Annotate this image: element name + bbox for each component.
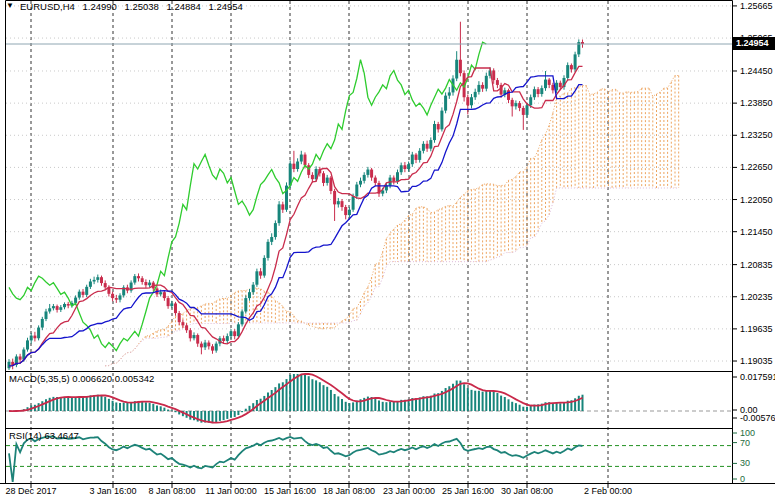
svg-text:1.23850: 1.23850: [740, 98, 773, 108]
low-value: 1.24884: [167, 1, 201, 12]
chikou-span-line: [9, 42, 486, 351]
svg-text:1.22650: 1.22650: [740, 162, 773, 172]
svg-text:11 Jan 00:00: 11 Jan 00:00: [205, 486, 256, 496]
price-axis[interactable]: 1.256651.250651.244501.238501.232501.226…: [733, 1, 773, 366]
svg-text:1.25665: 1.25665: [740, 1, 773, 11]
symbol-period-label: EURUSD,H4: [20, 1, 75, 12]
svg-text:8 Jan 08:00: 8 Jan 08:00: [148, 486, 195, 496]
high-value: 1.25038: [125, 1, 159, 12]
macd-axis[interactable]: 0.0175910.00-0.005767: [733, 372, 775, 423]
close-value: 1.24954: [209, 1, 243, 12]
svg-text:-0.005767: -0.005767: [740, 413, 775, 423]
rsi-indicator-label: RSI(14) 63.4647: [9, 430, 79, 441]
svg-text:25 Jan 16:00: 25 Jan 16:00: [442, 486, 494, 496]
svg-text:1.19035: 1.19035: [740, 356, 773, 366]
macd-indicator-label: MACD(5,35,5) 0.006620 0.005342: [9, 373, 154, 384]
candlesticks: [8, 22, 585, 370]
svg-text:15 Jan 16:00: 15 Jan 16:00: [264, 486, 316, 496]
current-price-tag: 1.24954: [733, 37, 775, 50]
svg-text:30 Jan 08:00: 30 Jan 08:00: [501, 486, 553, 496]
symbol-dropdown-icon[interactable]: ▼: [6, 1, 14, 11]
svg-text:18 Jan 08:00: 18 Jan 08:00: [323, 486, 375, 496]
svg-text:100: 100: [740, 428, 755, 438]
svg-text:1.24450: 1.24450: [740, 66, 773, 76]
svg-text:2 Feb 00:00: 2 Feb 00:00: [584, 486, 632, 496]
senkou-b-line: [105, 188, 679, 366]
svg-text:3 Jan 16:00: 3 Jan 16:00: [89, 486, 136, 496]
tenkan-sen-line: [9, 66, 583, 365]
svg-text:0.017591: 0.017591: [740, 372, 775, 382]
svg-text:1.21450: 1.21450: [740, 227, 773, 237]
svg-text:30: 30: [740, 458, 750, 468]
svg-text:28 Dec 2017: 28 Dec 2017: [5, 486, 56, 496]
chart-window: 1.256651.250651.244501.238501.232501.226…: [0, 0, 775, 498]
svg-text:1.19635: 1.19635: [740, 324, 773, 334]
svg-text:1.23250: 1.23250: [740, 130, 773, 140]
chart-title: EURUSD,H4 1.24990 1.25038 1.24884 1.2495…: [20, 1, 248, 12]
svg-text:1.20835: 1.20835: [740, 260, 773, 270]
time-axis[interactable]: 28 Dec 20173 Jan 16:008 Jan 08:0011 Jan …: [5, 484, 632, 497]
svg-text:0: 0: [740, 474, 745, 484]
rsi-line: [9, 436, 583, 482]
svg-text:70: 70: [740, 438, 750, 448]
rsi-axis[interactable]: 10070300: [733, 428, 756, 484]
svg-text:1.20235: 1.20235: [740, 292, 773, 302]
senkou-a-line: [105, 76, 679, 366]
open-value: 1.24990: [83, 1, 117, 12]
chart-canvas[interactable]: 1.256651.250651.244501.238501.232501.226…: [0, 0, 775, 498]
kijun-sen-line: [9, 76, 583, 366]
svg-text:23 Jan 00:00: 23 Jan 00:00: [383, 486, 435, 496]
horizontal-grid: [6, 6, 732, 361]
svg-text:1.22050: 1.22050: [740, 195, 773, 205]
